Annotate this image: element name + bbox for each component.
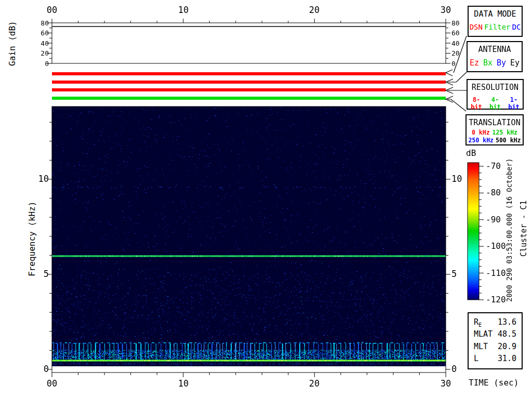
freq-tick-left: 10 <box>29 175 49 183</box>
antenna-title: ANTENNA <box>468 45 522 54</box>
ephemeris-value: 48.5 <box>498 329 516 340</box>
gain-tick-right: 0 <box>451 60 456 67</box>
top-axis-tick: 20 <box>309 6 320 15</box>
colorbar-title: dB <box>466 149 476 157</box>
translation-status-bar <box>52 97 446 100</box>
gain-tick-left: 80 <box>29 20 49 26</box>
colorbar-tick: -110 <box>486 269 506 277</box>
resolution-title: RESOLUTION <box>468 83 523 92</box>
resolution-option: 4-bit <box>486 96 504 111</box>
ephemeris-label: L <box>474 354 478 364</box>
bottom-axis-tick: 10 <box>178 379 189 388</box>
antenna-option: By <box>497 58 506 68</box>
freq-tick-right: 5 <box>451 270 457 278</box>
data-mode-panel: DATA MODE DSN Filter DC <box>468 6 523 37</box>
top-axis-tick: 00 <box>47 6 57 15</box>
resolution-status-bar <box>52 88 446 91</box>
freq-tick-left: 0 <box>29 365 49 374</box>
gain-tick-right: 60 <box>451 30 460 36</box>
data-mode-option: DSN <box>470 23 483 31</box>
resolution-panel: RESOLUTION 8-bit 4-bit 1-bit <box>467 79 524 110</box>
time-axis-title: TIME (sec) <box>469 379 518 387</box>
ephemeris-box: RE 13.6 MLAT 48.5 MLT 20.9 L 31.0 <box>468 312 523 369</box>
timestamp-annotation: 2000 290 03:53:00.000 (16 October) <box>505 157 513 303</box>
gain-tick-left: 40 <box>29 40 49 47</box>
arrow-icon <box>446 79 453 85</box>
bottom-axis-tick: 20 <box>309 379 320 388</box>
ephemeris-value: 13.6 <box>498 317 516 328</box>
colorbar-tick: -80 <box>486 189 501 197</box>
data-mode-status-bar <box>52 72 446 75</box>
data-mode-title: DATA MODE <box>469 9 522 19</box>
frequency-axis-title: Frequency (kHz) <box>27 182 37 296</box>
gain-tick-right: 80 <box>451 20 460 26</box>
top-axis-tick: 10 <box>178 6 189 15</box>
arrow-icon <box>446 96 453 102</box>
freq-tick-right: 10 <box>451 175 462 183</box>
colorbar-tick: -120 <box>486 296 506 304</box>
antenna-panel: ANTENNA Ez Bx By Ey <box>467 41 523 72</box>
resolution-option: 8-bit <box>468 96 485 111</box>
resolution-option: 1-bit <box>505 96 523 111</box>
antenna-option: Bx <box>483 58 493 68</box>
gain-tick-left: 60 <box>29 30 49 36</box>
translation-option: 250 kHz <box>469 137 494 144</box>
spectrogram-canvas <box>52 107 446 366</box>
data-mode-option: Filter <box>484 23 511 31</box>
data-mode-option: DC <box>512 23 521 31</box>
colorbar <box>468 163 479 300</box>
gain-tick-left: 20 <box>29 50 49 57</box>
cluster-wbd-display: Gain (dB) Frequency (kHz) 00 10 20 30 80… <box>0 0 532 399</box>
ephemeris-label: RE <box>474 317 482 328</box>
top-axis-tick: 30 <box>441 6 451 15</box>
translation-option: 500 kHz <box>496 137 521 144</box>
colorbar-tick: -90 <box>486 216 501 224</box>
antenna-option: Ez <box>470 58 479 68</box>
translation-option: 0 kHz <box>472 129 490 136</box>
ephemeris-value: 31.0 <box>498 354 516 364</box>
gain-tick-left: 0 <box>29 60 49 67</box>
bottom-axis-tick: 00 <box>47 379 57 388</box>
ephemeris-value: 20.9 <box>498 342 516 352</box>
gain-tick-right: 20 <box>451 50 460 57</box>
freq-tick-right: 0 <box>451 365 457 374</box>
gain-tick-right: 40 <box>451 40 460 47</box>
arrow-icon <box>446 70 453 76</box>
bottom-axis-tick: 30 <box>441 379 451 388</box>
ephemeris-row: MLT 20.9 <box>474 342 516 352</box>
translation-panel: TRANSLATION 0 kHz 125 kHz 250 kHz 500 kH… <box>466 114 524 145</box>
gain-axis-title: Gain (dB) <box>7 17 17 71</box>
colorbar-tick: -70 <box>486 162 501 170</box>
ephemeris-row: MLAT 48.5 <box>474 329 516 340</box>
antenna-option: Ey <box>510 58 520 68</box>
gain-plot-frame <box>52 23 446 63</box>
colorbar-tick: -100 <box>486 242 506 250</box>
translation-option: 125 kHz <box>493 129 517 136</box>
freq-tick-left: 5 <box>29 270 49 278</box>
ephemeris-row: L 31.0 <box>474 354 516 364</box>
ephemeris-label: MLAT <box>474 329 493 340</box>
ephemeris-row: RE 13.6 <box>474 317 516 328</box>
spacecraft-annotation: Cluster - C1 <box>519 184 528 273</box>
translation-pointer-line <box>447 99 466 111</box>
translation-title: TRANSLATION <box>467 118 523 127</box>
antenna-status-bar <box>52 81 446 84</box>
antenna-pointer-line <box>447 72 467 82</box>
arrow-icon <box>446 87 453 94</box>
ephemeris-label: MLT <box>474 342 488 352</box>
